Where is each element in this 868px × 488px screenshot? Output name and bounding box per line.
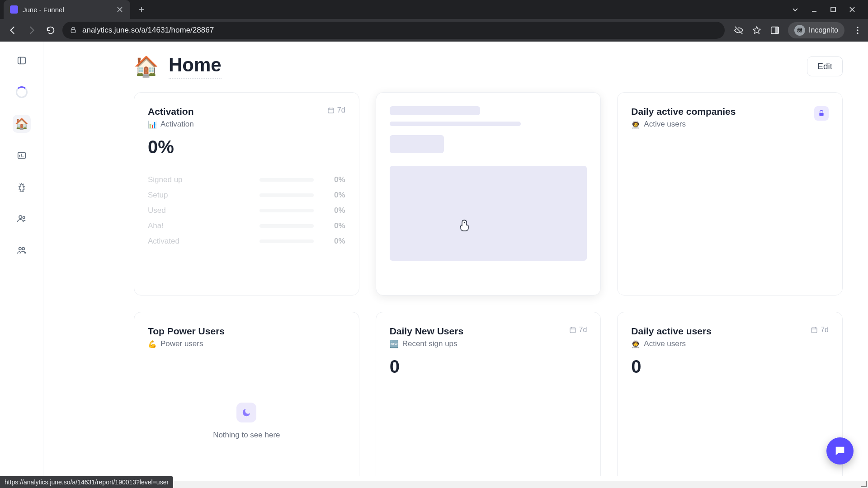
card-title: Daily active companies [631,106,736,117]
funnel-row: Used0% [148,206,345,215]
sidebar-item-reports[interactable] [13,146,31,164]
svg-point-4 [797,30,799,32]
calendar-icon [327,107,335,114]
new-tab-button[interactable]: + [135,3,148,16]
card-loading[interactable] [376,92,601,296]
card-activation[interactable]: Activation 📊 Activation 7d 0% Signed up0… [134,92,359,296]
sidebar-item-companies[interactable] [13,241,31,259]
svg-rect-3 [775,27,778,34]
svg-rect-9 [18,57,25,64]
sidebar-item-users[interactable] [13,210,31,228]
funnel-rows: Signed up0% Setup0% Used0% Aha!0% Activa… [148,175,345,246]
svg-rect-16 [819,113,823,116]
period-badge: 7d [327,106,345,114]
loading-spinner-icon [13,83,31,101]
svg-point-14 [22,248,24,250]
chat-icon [834,445,846,457]
url-text: analytics.june.so/a/14631/home/28867 [82,26,214,35]
svg-rect-0 [831,7,835,12]
svg-point-13 [19,248,21,250]
sidebar-item-events[interactable] [13,178,31,196]
astronaut-icon: 🧑‍🚀 [631,340,640,348]
svg-point-6 [857,27,858,28]
incognito-label: Incognito [809,26,838,34]
metric-value: 0 [631,357,829,377]
empty-text: Nothing to see here [213,431,280,440]
astronaut-icon: 🧑‍🚀 [631,120,640,129]
tab-bar: June - Funnel + [0,0,868,19]
svg-rect-15 [328,108,334,113]
panel-icon[interactable] [770,25,780,35]
incognito-icon [794,25,805,36]
funnel-row: Signed up0% [148,175,345,184]
card-top-power-users[interactable]: Top Power Users 💪 Power users Nothing to… [134,312,359,476]
card-subtitle: Power users [160,339,203,348]
card-daily-new-users[interactable]: Daily New Users 🆕 Recent sign ups 7d 0 [376,312,601,476]
browser-tab[interactable]: June - Funnel [4,0,130,19]
skeleton-block [390,166,587,261]
home-icon: 🏠 [15,117,28,130]
card-daily-active-users[interactable]: Daily active users 🧑‍🚀 Active users 7d 0 [617,312,843,476]
skeleton-line [390,106,480,115]
incognito-badge[interactable]: Incognito [788,22,844,38]
svg-point-7 [857,29,858,31]
tab-favicon [10,5,18,14]
nav-forward-button[interactable] [24,23,39,38]
page-title[interactable]: Home [169,54,222,79]
page-header: 🏠 Home Edit [134,54,843,79]
svg-rect-10 [18,153,25,159]
nav-reload-button[interactable] [43,23,58,38]
chevron-down-icon[interactable] [791,5,799,14]
card-title: Activation [148,106,194,117]
funnel-row: Activated0% [148,237,345,246]
locked-badge [814,106,829,121]
funnel-row: Aha!0% [148,221,345,230]
browser-chrome: June - Funnel + analytics.june.so/a/1463… [0,0,868,42]
kebab-menu-icon[interactable] [853,25,863,35]
address-bar: analytics.june.so/a/14631/home/28867 Inc… [0,19,868,42]
main-content: 🏠 Home Edit Activation 📊 Activation [43,42,868,476]
lock-icon [818,110,825,117]
svg-point-5 [800,30,802,32]
window-maximize-icon[interactable] [829,5,837,14]
url-input[interactable]: analytics.june.so/a/14631/home/28867 [62,22,725,39]
svg-rect-17 [570,328,576,333]
card-subtitle: Active users [644,339,686,348]
period-badge: 7d [811,326,829,334]
card-subtitle: Active users [644,120,686,129]
page-icon: 🏠 [134,55,159,78]
calendar-icon [569,326,576,333]
eye-off-icon[interactable] [734,25,744,35]
sidebar-toggle-icon[interactable] [13,52,31,70]
app: 🏠 🏠 Home Edit Activation 📊 Activation [0,42,868,476]
svg-point-8 [857,33,858,34]
card-title: Top Power Users [148,326,225,337]
card-grid: Activation 📊 Activation 7d 0% Signed up0… [134,92,843,476]
star-icon[interactable] [752,25,762,35]
chat-launcher[interactable] [826,437,854,465]
skeleton-line [390,122,521,126]
empty-state: Nothing to see here [148,403,345,440]
new-icon: 🆕 [390,340,399,348]
period-badge: 7d [569,326,587,334]
card-title: Daily New Users [390,326,463,337]
sidebar-item-home[interactable]: 🏠 [13,115,31,133]
tab-close-icon[interactable] [116,5,124,14]
window-close-icon[interactable] [848,5,856,14]
window-minimize-icon[interactable] [810,5,818,14]
moon-icon [236,403,256,422]
card-daily-active-companies[interactable]: Daily active companies 🧑‍🚀 Active users [617,92,843,296]
card-subtitle: Activation [160,120,194,129]
svg-point-11 [19,216,22,218]
skeleton-line [390,135,444,153]
status-url: https://analytics.june.so/a/14631/report… [5,479,169,486]
edit-button[interactable]: Edit [807,56,843,76]
flex-icon: 💪 [148,340,157,348]
svg-point-12 [23,216,25,219]
funnel-row: Setup0% [148,191,345,200]
calendar-icon [811,326,818,333]
sidebar: 🏠 [0,42,43,476]
nav-back-button[interactable] [5,23,20,38]
chart-icon: 📊 [148,120,157,129]
lock-icon [70,27,77,34]
